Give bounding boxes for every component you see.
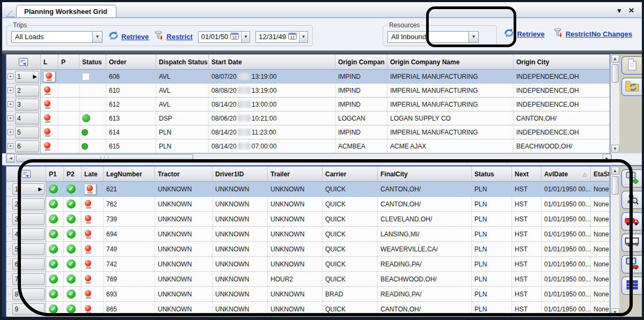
cell-leg-number[interactable]: 739 <box>104 212 155 226</box>
cell-status[interactable]: PLN <box>472 182 512 196</box>
cell-trailer[interactable]: UNKNOWN <box>268 212 323 226</box>
cell-late[interactable] <box>82 302 104 316</box>
column-header-carrier[interactable]: Carrier <box>323 167 378 181</box>
cell-trailer[interactable]: UNKNOWN <box>268 182 323 196</box>
cell-next[interactable]: HST <box>512 212 541 226</box>
cell-p1[interactable]: ✓ <box>46 197 64 211</box>
column-header-trailer[interactable]: Trailer <box>268 167 323 181</box>
cell-tractor[interactable]: UNKNOWN <box>155 257 213 271</box>
cell-p2[interactable]: ✓ <box>64 227 82 241</box>
cell-late[interactable] <box>82 182 104 196</box>
scroll-left-icon[interactable]: ◄ <box>6 154 15 162</box>
expand-icon[interactable]: + <box>8 143 13 149</box>
cell-status[interactable]: PLN <box>472 197 512 211</box>
trips-horizontal-scrollbar[interactable]: ◄ | | | ► <box>6 153 612 163</box>
cell-p2[interactable]: ✓ <box>64 182 82 196</box>
cell-final-city[interactable]: CLEVELAND,OH/ <box>378 212 472 226</box>
resources-restrict-label[interactable]: Restrict <box>566 30 591 38</box>
trips-vertical-scrollbar[interactable]: ▲ ▼ <box>610 54 619 153</box>
cell-tractor[interactable]: UNKNOWN <box>155 182 213 196</box>
row-header[interactable]: ┄7 <box>6 272 46 286</box>
cell-next[interactable]: HST <box>512 302 541 316</box>
row-number-button[interactable]: 9 <box>12 303 45 315</box>
cell-tractor[interactable]: UNKNOWN <box>155 197 213 211</box>
cell-carrier[interactable]: QUICK <box>323 272 378 286</box>
cell-driver1id[interactable]: UNKNOWN <box>213 257 268 271</box>
cell-late[interactable] <box>41 84 58 97</box>
column-header-p1[interactable]: P1 <box>46 167 64 181</box>
cell-late[interactable] <box>41 139 58 153</box>
scroll-up-icon[interactable]: ▲ <box>611 167 619 175</box>
cell-start-date[interactable]: 08/06/2010:21:00 <box>209 111 335 125</box>
cell-next[interactable]: HST <box>512 227 541 241</box>
cell-trailer[interactable]: UNKNOWN <box>268 287 323 301</box>
cell-next[interactable]: HST <box>512 182 541 196</box>
cell-order[interactable]: 612 <box>106 98 156 111</box>
cell-final-city[interactable]: LANSING,MI/ <box>378 227 472 241</box>
table-row[interactable]: ┄8✓✓693UNKNOWNUNKNOWNUNKNOWNBRADREADING,… <box>6 287 610 302</box>
cell-p2[interactable]: ✓ <box>64 302 82 316</box>
calendar-icon[interactable]: 12 <box>288 32 297 42</box>
column-header-start-date[interactable]: Start Date <box>209 55 335 69</box>
cell-status[interactable]: PLN <box>472 302 512 316</box>
column-header-dispatch-status[interactable]: Dispatch Status <box>156 55 209 69</box>
row-number-button[interactable]: 4 <box>12 228 45 240</box>
cell-leg-number[interactable]: 769 <box>104 272 155 286</box>
cell-next[interactable]: HST <box>512 272 541 286</box>
cell-origin-city[interactable]: INDEPENDENCE,OH <box>514 84 610 97</box>
cell-order[interactable]: 615 <box>106 139 156 153</box>
table-row[interactable]: ┄4✓✓694UNKNOWNUNKNOWNUNKNOWNQUICKLANSING… <box>6 227 610 242</box>
column-header-finalcity[interactable]: FinalCity <box>378 167 472 181</box>
cell-order[interactable]: 610 <box>106 84 156 97</box>
cell-next[interactable]: HST <box>512 197 541 211</box>
table-row[interactable]: +6615PLN08/14/2007:00:00ACMBEAACME AJAXB… <box>6 139 610 153</box>
cell-late[interactable] <box>82 212 104 226</box>
assign-resource-tab[interactable] <box>621 169 642 188</box>
cell-order[interactable]: 614 <box>106 125 156 139</box>
row-header[interactable]: +5 <box>6 125 41 139</box>
cell-status[interactable]: PLN <box>472 272 512 286</box>
column-header-origin-city[interactable]: Origin City <box>514 55 610 69</box>
cell-dispatch-status[interactable]: DSP <box>156 111 209 125</box>
row-header[interactable]: ┄1▶ <box>6 182 46 196</box>
cell-trailer[interactable]: UNKNOWN <box>268 242 323 256</box>
window-menu-icon[interactable]: ▾ <box>618 7 621 14</box>
column-header-late[interactable]: Late <box>82 167 104 181</box>
cell-late[interactable] <box>41 111 58 125</box>
resources-retrieve-label[interactable]: Retrieve <box>517 30 544 38</box>
expand-icon[interactable]: + <box>8 73 13 79</box>
cell-carrier[interactable]: QUICK <box>323 242 378 256</box>
cell-status[interactable] <box>79 98 106 111</box>
cell-avl-date[interactable]: 01/01/1950 00... <box>541 242 591 256</box>
cell-next[interactable]: HST <box>512 257 541 271</box>
cell-eta-state[interactable]: None <box>591 242 610 256</box>
scrollbar-thumb[interactable] <box>612 176 619 195</box>
cell-dispatch-status[interactable]: PLN <box>156 125 209 139</box>
cell-p2[interactable]: ✓ <box>64 197 82 211</box>
cell-status[interactable]: PLN <box>472 287 512 301</box>
cell-trailer[interactable]: UNKNOWN <box>268 302 323 316</box>
cell-final-city[interactable]: CANTON,OH/ <box>378 182 472 196</box>
cell-start-date[interactable]: 08/14/2013:00:00 <box>209 98 335 111</box>
table-row[interactable]: ┄7✓✓769UNKNOWNUNKNOWNHOUR2QUICKBEACHWOOD… <box>6 272 610 287</box>
expand-icon[interactable]: + <box>8 129 13 135</box>
carrier-tab[interactable] <box>621 255 642 273</box>
cell-leg-number[interactable]: 762 <box>104 197 155 211</box>
cell-origin-company-name[interactable]: ACME AJAX <box>387 139 514 153</box>
cell-leg-number[interactable]: 742 <box>104 257 155 271</box>
trips-retrieve-label[interactable]: Retrieve <box>121 33 149 41</box>
cell-dispatch-status[interactable]: AVL <box>156 84 209 97</box>
cell-next[interactable]: HST <box>512 287 541 301</box>
row-header[interactable]: ┄6 <box>6 257 46 271</box>
table-row[interactable]: +5614PLN08/14/2011:23:00IMPINDIMPERIAL M… <box>6 125 610 139</box>
cell-p1[interactable]: ✓ <box>46 257 64 271</box>
cell-p2[interactable]: ✓ <box>64 242 82 256</box>
cell-dispatch-status[interactable]: AVL <box>156 98 209 111</box>
cell-trailer[interactable]: HOUR2 <box>268 272 323 286</box>
row-number-button[interactable]: 8 <box>12 288 45 300</box>
column-header-origin-company-name[interactable]: Origin Company Name <box>387 55 514 69</box>
row-header[interactable]: +1▶ <box>6 70 41 83</box>
row-number-button[interactable]: 7 <box>12 273 45 285</box>
cell-status[interactable]: PLN <box>472 227 512 241</box>
row-number-button[interactable]: 6 <box>15 140 39 152</box>
